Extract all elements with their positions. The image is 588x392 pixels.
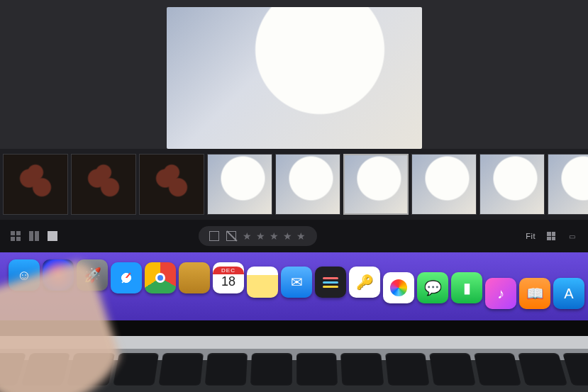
dock-app-ibooks[interactable]: 📖: [519, 278, 550, 309]
thumbnail[interactable]: [548, 154, 588, 215]
thumbnail[interactable]: [479, 154, 545, 215]
flag-pick-icon[interactable]: [209, 230, 220, 242]
bottom-toolbar: ★★★★★ Fit ▭: [0, 220, 588, 252]
dock-app-itunes[interactable]: ♪: [485, 278, 516, 309]
zoom-group: Fit ▭: [526, 220, 578, 252]
view-mode-group: [10, 230, 58, 242]
dock-app-appstore[interactable]: A: [553, 278, 584, 309]
thumbnail[interactable]: [275, 154, 340, 215]
star-rating: ★★★★★: [243, 230, 307, 242]
dock-app-mail[interactable]: ✉: [281, 267, 312, 298]
dock-app-folder[interactable]: [179, 262, 210, 293]
star-icon[interactable]: ★: [270, 230, 280, 242]
hero-photo[interactable]: [167, 7, 422, 149]
dock-app-facetime[interactable]: ▮: [451, 272, 482, 303]
dock-app-notes[interactable]: [247, 267, 278, 298]
dock-app-messages[interactable]: 💬: [417, 272, 448, 303]
thumbnail[interactable]: [139, 154, 204, 215]
calendar-month: DEC: [213, 267, 244, 274]
single-view-icon[interactable]: [47, 230, 58, 242]
thumbnail[interactable]: [71, 154, 136, 215]
editor-canvas: [0, 0, 588, 149]
fit-button[interactable]: Fit: [526, 232, 536, 240]
calendar-day: 18: [221, 274, 235, 289]
thumbnail[interactable]: [3, 154, 68, 215]
dock-app-calendar[interactable]: DEC18: [213, 262, 244, 293]
star-icon[interactable]: ★: [283, 230, 294, 242]
thumbnail[interactable]: [343, 154, 409, 215]
dock-app-safari[interactable]: [111, 262, 142, 293]
dock-app-terminal[interactable]: 🔑: [349, 267, 380, 298]
star-icon[interactable]: ★: [296, 230, 307, 242]
zoom-1to1-icon[interactable]: ▭: [567, 230, 578, 242]
zoom-grid-icon[interactable]: [545, 230, 557, 242]
dock-app-chrome[interactable]: [145, 262, 176, 293]
star-icon[interactable]: ★: [256, 230, 267, 242]
thumbnail[interactable]: [207, 154, 272, 215]
flag-reject-icon[interactable]: [226, 230, 237, 242]
flag-rating-pill: ★★★★★: [199, 226, 317, 246]
star-icon[interactable]: ★: [243, 230, 253, 242]
compare-view-icon[interactable]: [28, 230, 40, 242]
grid-view-icon[interactable]: [10, 230, 21, 242]
thumbnail[interactable]: [411, 154, 477, 215]
dock-app-photos[interactable]: [383, 272, 414, 303]
dock-app-reminders[interactable]: [315, 267, 346, 298]
filmstrip: [0, 149, 588, 220]
